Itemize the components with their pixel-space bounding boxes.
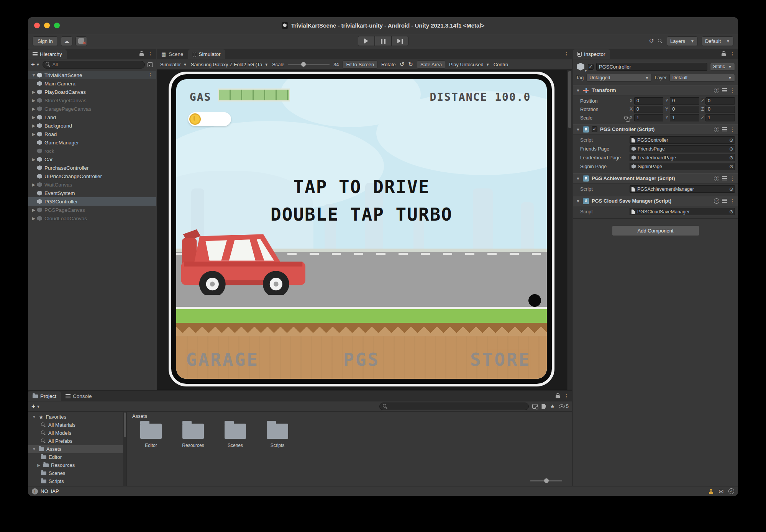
foldout-open-icon[interactable]: ▼ [576,127,580,132]
tree-item[interactable]: rock [28,147,156,155]
tab-project[interactable]: Project [28,391,61,401]
script-object-field[interactable]: PGSController ⊙ [630,136,735,144]
scene-picker-icon[interactable] [148,62,153,67]
script-object-field[interactable]: PGSCloudSaveManager ⊙ [630,208,735,215]
rotation-y-field[interactable]: 0 [670,106,699,113]
kebab-menu-icon[interactable]: ⋮ [730,51,735,57]
foldout-open-icon[interactable]: ▼ [576,199,580,203]
script-object-field[interactable]: PGSAchievementManager ⊙ [630,185,735,193]
rotate-ccw-icon[interactable]: ↺ [400,61,405,68]
foldout-open-icon[interactable]: ▼ [32,447,36,451]
folder-item-scenes[interactable]: Scenes [28,469,126,477]
foldout-icon[interactable]: ▶ [31,182,36,187]
signin-page-object-field[interactable]: SigninPage ⊙ [630,163,735,170]
kebab-menu-icon[interactable]: ⋮ [730,176,735,181]
help-icon[interactable]: ? [714,198,719,204]
coin-toggle[interactable] [188,112,231,126]
project-tree-scrollbar[interactable] [123,412,126,486]
tree-item[interactable]: UIPriceChangeController [28,172,156,180]
safe-area-button[interactable]: Safe Area [417,61,445,69]
hidden-packages-toggle[interactable]: 5 [559,404,569,409]
tree-item[interactable]: EventSystem [28,189,156,197]
tree-item[interactable]: ▶CloudLoadCanvas [28,214,156,223]
scale-x-field[interactable]: 1 [634,114,663,121]
scale-z-field[interactable]: 1 [705,114,735,121]
status-message[interactable]: NO_IAP [41,488,59,494]
search-by-type-icon[interactable] [532,404,538,409]
garage-nav-button[interactable]: GARAGE [186,349,259,370]
tree-item[interactable]: Main Camera [28,79,156,88]
cloud-services-button[interactable]: ☁ [61,36,72,46]
lock-icon[interactable] [139,53,144,56]
tree-item[interactable]: ▶Land [28,113,156,121]
foldout-icon[interactable]: ▶ [36,463,41,467]
help-icon[interactable]: ? [714,176,719,181]
foldout-icon[interactable]: ▶ [31,106,36,111]
kebab-menu-icon[interactable]: ⋮ [730,127,735,132]
lock-icon[interactable] [556,395,560,398]
notifications-icon[interactable]: ✉ [718,488,723,494]
help-icon[interactable]: ? [714,127,719,132]
slider-thumb[interactable] [544,478,549,483]
foldout-open-icon[interactable]: ▼ [576,176,580,181]
pgs-nav-button[interactable]: PGS [343,349,380,370]
tree-item[interactable]: ▶PGSPageCanvas [28,206,156,214]
layout-dropdown[interactable]: Default ▼ [702,36,733,46]
folder-item-editor[interactable]: Editor [28,453,126,461]
project-search-input[interactable] [379,403,529,410]
scale-y-field[interactable]: 1 [670,114,699,121]
tree-item[interactable]: GameManager [28,138,156,147]
assets-root-folder[interactable]: ▼ Assets [28,445,126,453]
asset-folder-scripts[interactable]: Scripts [265,424,290,448]
tree-item[interactable]: ▶WaitCanvas [28,180,156,189]
create-asset-button[interactable]: +▼ [31,403,40,410]
tab-console[interactable]: Console [61,391,97,401]
search-by-label-icon[interactable] [541,404,546,409]
foldout-open-icon[interactable]: ▼ [32,415,36,419]
minimize-window-button[interactable] [44,23,50,28]
store-nav-button[interactable]: STORE [470,349,531,370]
kebab-menu-icon[interactable]: ⋮ [730,198,735,204]
foldout-icon[interactable]: ▶ [31,216,36,221]
tree-item[interactable]: ▶Car [28,155,156,164]
foldout-icon[interactable]: ▶ [31,132,36,137]
add-component-button[interactable]: Add Component [612,226,699,236]
asset-folder-scenes[interactable]: Scenes [223,424,248,448]
tree-item[interactable]: ▶StorePageCanvas [28,96,156,105]
asset-folder-editor[interactable]: Editor [138,424,164,448]
component-header[interactable]: ▼ Transform ? ⋮ [573,85,738,95]
layer-dropdown[interactable]: Default ▼ [669,74,735,82]
component-header[interactable]: ▼ # PGS Cloud Save Manager (Script) ? ⋮ [573,196,738,206]
foldout-icon[interactable]: ▶ [31,123,36,128]
link-scale-icon[interactable] [624,116,628,119]
slider-thumb[interactable] [301,62,306,67]
lock-icon[interactable] [722,53,726,56]
tree-item[interactable]: ▶PlayBoardCanvas [28,88,156,96]
active-checkbox[interactable] [588,64,594,70]
tab-inspector[interactable]: Inspector [573,49,610,59]
friends-page-object-field[interactable]: FriendsPage ⊙ [630,145,735,152]
favorite-item-all-models[interactable]: All Models [28,429,126,437]
create-object-button[interactable]: +▼ [31,61,40,69]
presets-icon[interactable] [722,176,727,180]
zoom-window-button[interactable] [54,23,60,28]
component-header[interactable]: ▼ # PGS Controller (Script) ? ⋮ [573,124,738,134]
tree-item[interactable]: PurchaseController [28,164,156,172]
foldout-icon[interactable]: ▶ [31,115,36,120]
object-picker-icon[interactable]: ⊙ [729,164,733,169]
component-enabled-checkbox[interactable] [592,126,597,132]
hierarchy-search-input[interactable]: All [43,61,145,69]
foldout-open-icon[interactable]: ▼ [31,73,36,77]
folder-item-scripts[interactable]: Scripts [28,477,126,485]
kebab-menu-icon[interactable]: ⋮ [564,393,569,399]
gameobject-name-field[interactable]: PGSController [596,63,707,71]
object-picker-icon[interactable]: ⊙ [729,155,733,160]
simulator-mode-dropdown[interactable]: Simulator ▼ [160,62,187,67]
favorite-item-all-prefabs[interactable]: All Prefabs [28,437,126,445]
presets-icon[interactable] [722,127,727,131]
play-button[interactable] [358,36,375,46]
tab-simulator[interactable]: Simulator [188,49,225,59]
object-picker-icon[interactable]: ⊙ [729,187,733,192]
rotation-x-field[interactable]: 0 [634,106,663,113]
tree-item-scene[interactable]: ▼ TrivialKartScene ⋮ [28,71,156,79]
